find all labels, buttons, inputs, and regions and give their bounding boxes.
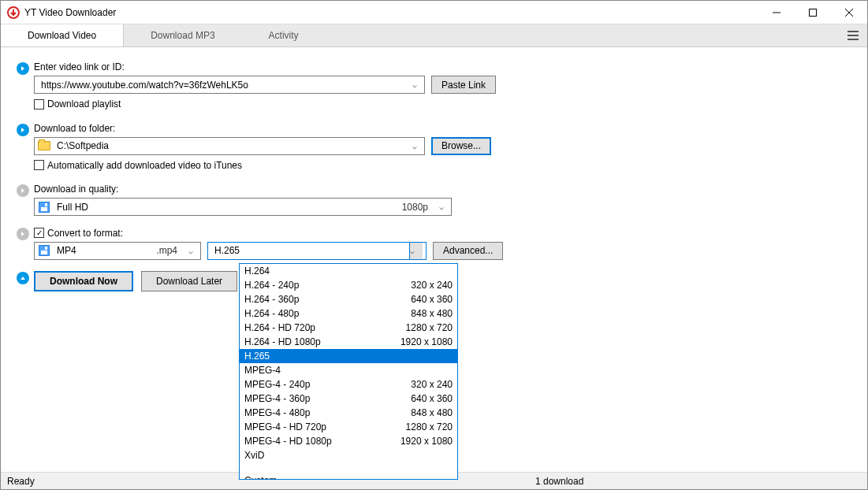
paste-link-button[interactable]: Paste Link: [431, 76, 496, 94]
chevron-down-icon: ⌵: [408, 80, 421, 89]
step-icon: [17, 184, 34, 216]
step-icon: [17, 227, 34, 260]
format-select[interactable]: MP4 .mp4 ⌵: [34, 242, 201, 260]
chevron-down-icon: ⌵: [409, 243, 423, 259]
step-icon: [17, 61, 34, 112]
step-icon: [17, 123, 34, 173]
svg-rect-2: [810, 9, 817, 16]
video-url-input[interactable]: https://www.youtube.com/watch?v=36fzWehL…: [34, 76, 425, 94]
collapse-icon[interactable]: [17, 271, 34, 291]
dropdown-option[interactable]: XviD: [240, 448, 457, 462]
quality-select[interactable]: Full HD 1080p ⌵: [34, 198, 452, 216]
tab-strip: Download Video Download MP3 Activity: [1, 24, 867, 47]
video-link-label: Enter video link or ID:: [34, 61, 851, 72]
dropdown-option[interactable]: Custom: [240, 473, 457, 480]
app-icon: [7, 6, 20, 19]
download-now-button[interactable]: Download Now: [34, 271, 133, 291]
add-to-itunes-checkbox[interactable]: Automatically add downloaded video to iT…: [34, 160, 242, 171]
window-controls: [758, 1, 867, 24]
save-icon: [38, 201, 50, 213]
encoder-select[interactable]: H.265 ⌵: [207, 242, 427, 260]
menu-button[interactable]: [839, 24, 867, 46]
quality-label: Download in quality:: [34, 184, 851, 195]
status-right: 1 download: [535, 476, 583, 487]
advanced-button[interactable]: Advanced...: [433, 242, 503, 260]
save-icon: [38, 244, 50, 257]
app-title: YT Video Downloader: [24, 7, 758, 18]
dropdown-option[interactable]: MPEG-4: [240, 363, 457, 377]
dropdown-option[interactable]: H.264 - HD 720p1280 x 720: [240, 321, 457, 335]
dropdown-option[interactable]: MPEG-4 - 240p320 x 240: [240, 377, 457, 392]
close-button[interactable]: [831, 1, 867, 24]
convert-format-checkbox[interactable]: Convert to format:: [34, 228, 123, 239]
dropdown-option[interactable]: H.264 - HD 1080p1920 x 1080: [240, 335, 457, 349]
tab-activity[interactable]: Activity: [242, 24, 326, 46]
chevron-down-icon: ⌵: [408, 142, 421, 150]
download-folder-label: Download to folder:: [34, 123, 851, 134]
dropdown-option[interactable]: H.264: [240, 264, 457, 278]
browse-button[interactable]: Browse...: [431, 137, 491, 155]
dropdown-option[interactable]: H.264 - 240p320 x 240: [240, 278, 457, 292]
encoder-dropdown[interactable]: H.264H.264 - 240p320 x 240H.264 - 360p64…: [239, 263, 458, 480]
tab-download-mp3[interactable]: Download MP3: [124, 24, 241, 46]
dropdown-option[interactable]: MPEG-4 - 360p640 x 360: [240, 392, 457, 406]
dropdown-option[interactable]: MPEG-4 - 480p848 x 480: [240, 406, 457, 420]
titlebar: YT Video Downloader: [1, 1, 867, 24]
download-playlist-checkbox[interactable]: Download playlist: [34, 98, 121, 110]
maximize-button[interactable]: [795, 1, 831, 24]
tab-download-video[interactable]: Download Video: [1, 24, 124, 46]
dropdown-option[interactable]: H.264 - 360p640 x 360: [240, 292, 457, 306]
dropdown-option[interactable]: H.264 - 480p848 x 480: [240, 306, 457, 321]
minimize-button[interactable]: [758, 1, 795, 24]
dropdown-option[interactable]: MPEG-4 - HD 1080p1920 x 1080: [240, 434, 457, 448]
download-later-button[interactable]: Download Later: [141, 271, 237, 291]
dropdown-option[interactable]: MPEG-4 - HD 720p1280 x 720: [240, 420, 457, 434]
chevron-down-icon: ⌵: [184, 247, 197, 255]
folder-icon: [38, 139, 50, 152]
dropdown-option[interactable]: H.265: [240, 349, 457, 363]
download-folder-input[interactable]: C:\Softpedia ⌵: [34, 137, 425, 155]
chevron-down-icon: ⌵: [434, 202, 448, 211]
